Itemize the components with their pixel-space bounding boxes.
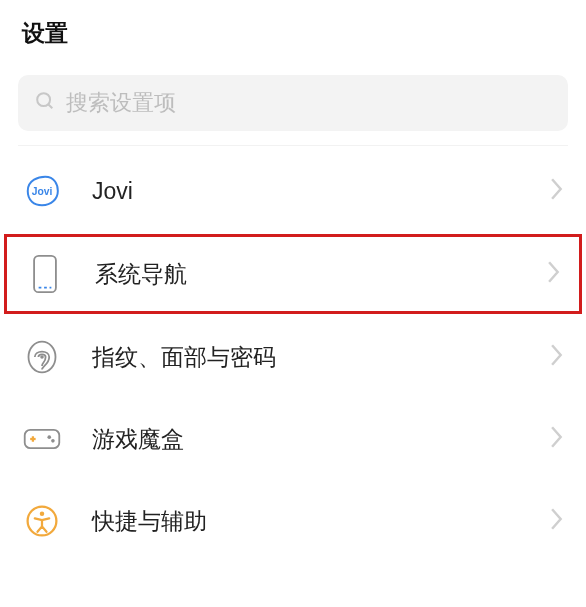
chevron-right-icon — [547, 261, 561, 287]
chevron-right-icon — [550, 508, 564, 534]
page-title: 设置 — [22, 18, 564, 49]
row-label: Jovi — [92, 178, 520, 205]
svg-point-0 — [37, 93, 50, 106]
settings-list: Jovi Jovi 系统导航 指纹、面部 — [0, 146, 586, 562]
search-container: 搜索设置项 — [0, 61, 586, 139]
chevron-right-icon — [550, 426, 564, 452]
chevron-right-icon — [550, 178, 564, 204]
row-game-box[interactable]: 游戏魔盒 — [0, 398, 586, 480]
gamepad-icon — [22, 419, 62, 459]
row-jovi[interactable]: Jovi Jovi — [0, 150, 586, 232]
search-icon — [34, 90, 56, 116]
row-accessibility[interactable]: 快捷与辅助 — [0, 480, 586, 562]
row-system-navigation[interactable]: 系统导航 — [4, 234, 582, 314]
svg-point-6 — [40, 355, 44, 359]
search-placeholder: 搜索设置项 — [66, 88, 176, 118]
row-label: 指纹、面部与密码 — [92, 342, 520, 373]
phone-nav-icon — [25, 254, 65, 294]
search-input[interactable]: 搜索设置项 — [18, 75, 568, 131]
fingerprint-icon — [22, 337, 62, 377]
row-label: 游戏魔盒 — [92, 424, 520, 455]
jovi-icon: Jovi — [22, 171, 62, 211]
page-header: 设置 — [0, 0, 586, 61]
svg-rect-3 — [34, 256, 56, 292]
row-biometrics[interactable]: 指纹、面部与密码 — [0, 316, 586, 398]
svg-point-13 — [40, 512, 45, 517]
svg-point-11 — [51, 439, 55, 443]
svg-line-1 — [48, 104, 52, 108]
svg-point-10 — [47, 435, 51, 439]
svg-text:Jovi: Jovi — [32, 186, 53, 197]
accessibility-icon — [22, 501, 62, 541]
row-label: 快捷与辅助 — [92, 506, 520, 537]
svg-rect-7 — [25, 430, 60, 448]
row-label: 系统导航 — [95, 259, 517, 290]
chevron-right-icon — [550, 344, 564, 370]
